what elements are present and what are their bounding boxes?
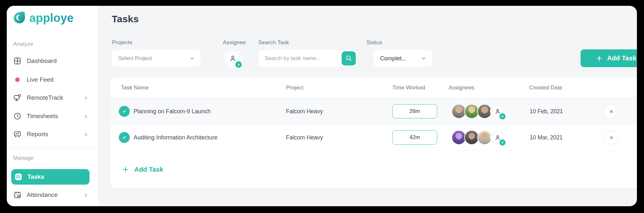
actions-cell	[603, 130, 637, 145]
monitor-icon	[13, 94, 22, 102]
created-date-cell: 10 Feb, 2021	[529, 108, 603, 115]
chevron-right-icon	[83, 132, 89, 137]
person-icon	[494, 108, 501, 115]
project-select-value: Select Project	[118, 55, 152, 62]
close-icon	[608, 135, 614, 141]
project-select[interactable]: Select Project	[112, 50, 201, 67]
person-icon	[229, 55, 237, 62]
sidebar-item-tasks[interactable]: Tasks	[11, 169, 90, 185]
sidebar-item-label: RemoteTrack	[27, 94, 63, 101]
chevron-down-icon	[189, 56, 195, 61]
projects-filter-label: Projects	[112, 39, 132, 46]
sidebar-item-label: Attendance	[27, 191, 58, 198]
report-board-icon	[13, 130, 22, 138]
column-header-assignees: Assignees	[449, 85, 529, 91]
assignee-filter-label: Assignee	[223, 39, 246, 46]
page-title: Tasks	[112, 14, 139, 25]
time-worked-box[interactable]: 26m	[392, 104, 437, 118]
clock-icon	[13, 112, 22, 120]
add-assignee-button[interactable]	[490, 104, 505, 119]
add-task-inline-label: Add Task	[134, 166, 163, 173]
add-task-inline-button[interactable]: Add Task	[122, 166, 163, 173]
remove-task-button[interactable]	[604, 104, 618, 118]
add-plus-badge-icon	[499, 139, 506, 146]
live-dot-icon	[15, 77, 20, 82]
time-worked-cell: 26m	[392, 104, 449, 118]
task-name-cell: Auditing Information Architecture	[110, 132, 286, 143]
dashboard-grid-icon	[13, 57, 22, 65]
table-header-row: Task Name Project Time Worked Assignees …	[110, 77, 637, 98]
sidebar-item-timesheets[interactable]: Timesheets	[7, 109, 98, 123]
project-cell: Falcom Heavy	[286, 134, 392, 141]
status-filter-label: Status	[366, 39, 382, 46]
calendar-check-icon	[13, 191, 22, 199]
search-icon	[345, 55, 352, 63]
table-row: Planning on Falcom-9 Launch Falcom Heavy…	[110, 98, 637, 125]
sidebar-section-analyze: Analyze	[13, 41, 33, 47]
sidebar-item-label: Timesheets	[27, 113, 58, 120]
project-cell: Falcom Heavy	[286, 108, 392, 115]
brand-wordmark: apploye	[29, 11, 73, 25]
close-icon	[608, 108, 614, 115]
chevron-down-icon	[421, 56, 426, 61]
person-icon	[494, 134, 501, 141]
time-worked-cell: 42m	[392, 130, 449, 145]
add-plus-badge-icon	[235, 61, 242, 68]
sidebar-item-live-feed[interactable]: Live Feed	[7, 73, 98, 87]
sidebar-item-label: Reports	[27, 131, 48, 138]
plus-icon	[122, 166, 129, 173]
chevron-right-icon	[83, 192, 89, 198]
chevron-right-icon	[83, 95, 89, 100]
task-list-icon	[14, 173, 23, 181]
plus-icon	[596, 55, 603, 62]
time-worked-box[interactable]: 42m	[392, 130, 437, 145]
column-header-task-name: Task Name	[110, 85, 286, 91]
sidebar: apploye Analyze Dashboard Live Feed Remo…	[7, 6, 99, 206]
chevron-right-icon	[83, 114, 89, 119]
sidebar-item-label: Dashboard	[27, 57, 57, 65]
add-plus-badge-icon	[499, 113, 506, 119]
sidebar-section-manage: Manage	[13, 155, 33, 161]
add-task-button-label: Add Task	[607, 55, 637, 62]
column-header-project: Project	[286, 85, 392, 91]
status-select-value: Complet...	[380, 55, 406, 62]
table-footer: Add Task	[110, 151, 637, 188]
column-header-created-date: Created Date	[529, 85, 603, 91]
status-select[interactable]: Complet...	[374, 50, 432, 67]
sidebar-item-reports[interactable]: Reports	[7, 127, 98, 141]
table-row: Auditing Information Architecture Falcom…	[110, 125, 637, 151]
assignees-cell	[449, 130, 529, 145]
sidebar-item-remotetrack[interactable]: RemoteTrack	[7, 91, 98, 105]
tasks-table-card: Task Name Project Time Worked Assignees …	[110, 77, 637, 188]
sidebar-divider	[7, 147, 98, 148]
assignee-filter-button[interactable]	[224, 49, 242, 67]
task-name-cell: Planning on Falcom-9 Launch	[110, 106, 286, 117]
sidebar-item-label: Tasks	[27, 173, 44, 180]
task-completed-check-icon[interactable]	[119, 132, 130, 143]
search-filter-label: Search Task	[258, 39, 289, 46]
created-date-cell: 10 Mar, 2021	[529, 134, 603, 141]
sidebar-item-dashboard[interactable]: Dashboard	[7, 54, 98, 68]
remove-task-button[interactable]	[604, 130, 618, 145]
main-content: Tasks Projects Assignee Search Task Stat…	[99, 6, 637, 206]
app-window: apploye Analyze Dashboard Live Feed Remo…	[7, 6, 637, 206]
search-button[interactable]	[342, 51, 356, 66]
add-assignee-button[interactable]	[490, 130, 505, 145]
apploye-logo-icon	[13, 11, 26, 25]
search-task-group	[258, 50, 357, 67]
actions-cell	[603, 104, 637, 118]
logo: apploye	[13, 11, 73, 25]
task-completed-check-icon[interactable]	[119, 106, 130, 117]
column-header-time-worked: Time Worked	[392, 85, 449, 91]
assignees-cell	[449, 104, 529, 119]
sidebar-item-label: Live Feed	[27, 76, 53, 83]
task-name: Auditing Information Architecture	[134, 134, 217, 141]
task-name: Planning on Falcom-9 Launch	[134, 108, 211, 115]
add-task-button[interactable]: Add Task	[581, 49, 637, 67]
sidebar-item-attendance[interactable]: Attendance	[7, 188, 98, 202]
